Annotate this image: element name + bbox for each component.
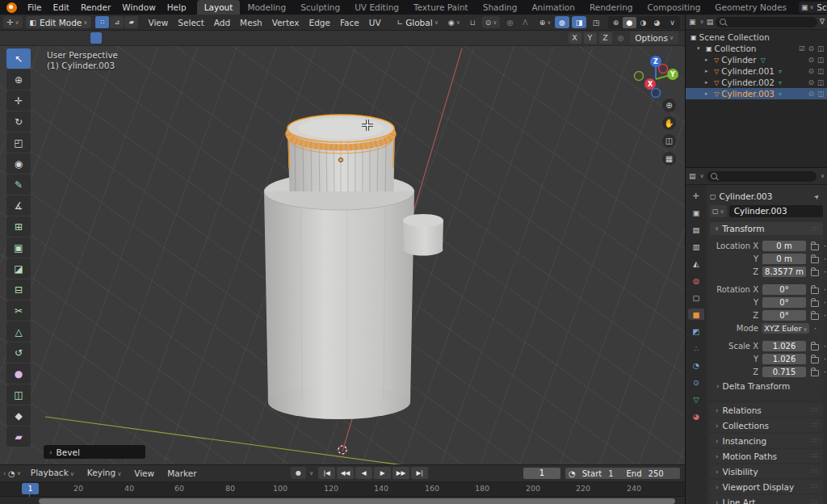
blender-logo-icon[interactable] <box>6 2 17 13</box>
tool-poly-build[interactable]: △ <box>6 321 31 342</box>
tool-cursor[interactable]: ⊕ <box>6 69 31 90</box>
mirror-z-button[interactable]: Z <box>599 32 612 44</box>
tool-move[interactable]: ✛ <box>6 90 31 111</box>
tab-object-data[interactable]: ▽ <box>688 393 704 405</box>
tab-shading[interactable]: Shading <box>476 0 525 15</box>
tool-tweak-select[interactable]: ↖ <box>6 48 31 69</box>
collapse-icon[interactable]: ▸ <box>705 79 712 86</box>
ortho-toggle-icon[interactable]: ▦ <box>662 152 676 166</box>
prev-keyframe-button[interactable]: ◀◀ <box>337 467 354 479</box>
wireframe-shading-button[interactable]: ⊕ <box>609 17 623 28</box>
tab-view-layer[interactable]: ▥ <box>688 241 704 252</box>
tab-modeling[interactable]: Modeling <box>240 0 293 15</box>
tab-particles[interactable]: ∴ <box>688 342 704 354</box>
play-reverse-button[interactable]: ◀ <box>355 467 372 479</box>
lock-icon[interactable] <box>811 257 819 263</box>
tool-shear[interactable]: ▰ <box>6 426 31 447</box>
rotation-z-field[interactable]: 0° <box>762 310 806 321</box>
line-art-panel[interactable]: › Line Art ∷∷ <box>710 495 823 504</box>
menu-edge[interactable]: Edge <box>304 15 335 30</box>
lock-icon[interactable] <box>811 270 819 276</box>
scale-z-field[interactable]: 0.715 <box>762 367 806 377</box>
tab-render[interactable]: ▣ <box>688 207 704 218</box>
drag-grip-icon[interactable]: ∷∷ <box>811 452 817 460</box>
menu-edit[interactable]: Edit <box>48 0 75 15</box>
checkbox-icon[interactable]: ☑ <box>799 44 805 52</box>
lock-icon[interactable] <box>811 313 819 320</box>
tab-object[interactable]: ■ <box>688 309 704 320</box>
outliner-filter-icon[interactable]: ▤ <box>707 18 714 26</box>
animate-dot-icon[interactable]: · <box>824 298 826 307</box>
tab-world[interactable]: ◍ <box>688 275 704 286</box>
snap-target-dropdown[interactable]: ⊙ ∨ <box>482 16 501 28</box>
tab-texture-paint[interactable]: Texture Paint <box>406 0 476 15</box>
tab-rendering[interactable]: Rendering <box>582 0 640 15</box>
rendered-shading-button[interactable]: ◕ <box>650 17 664 28</box>
xray-toggle[interactable]: ◨ <box>572 16 586 28</box>
editor-type-button[interactable]: ✛ ∨ <box>3 16 23 28</box>
rotation-x-field[interactable]: 0° <box>762 284 806 295</box>
menu-select[interactable]: Select <box>173 15 208 30</box>
menu-mesh[interactable]: Mesh <box>235 15 267 30</box>
camera-view-icon[interactable]: ◫ <box>662 134 676 148</box>
tool-inset-faces[interactable]: ▣ <box>6 237 31 258</box>
tool-smooth[interactable]: ● <box>6 363 31 384</box>
operator-panel[interactable]: › Bevel <box>44 445 145 459</box>
filter-funnel-icon[interactable]: ∇ <box>820 18 825 26</box>
jump-to-start-button[interactable]: |◀ <box>318 467 335 479</box>
outliner-row-cylinder-003[interactable]: ▸ ▽ Cylinder.003 ▿ ⊙ ◫ <box>686 88 827 99</box>
zoom-icon[interactable]: ⊕ <box>662 99 676 112</box>
rotation-y-field[interactable]: 0° <box>762 297 806 308</box>
location-y-field[interactable]: 0 m <box>762 254 806 264</box>
eye-icon[interactable]: ⊙ <box>808 90 814 98</box>
drag-grip-icon[interactable]: ∷∷ <box>812 225 818 233</box>
expand-icon[interactable]: ▾ <box>697 45 703 52</box>
tab-sculpting[interactable]: Sculpting <box>293 0 347 15</box>
animate-dot-icon[interactable]: · <box>824 267 826 276</box>
material-shading-button[interactable]: ◑ <box>636 17 650 28</box>
menu-vertex[interactable]: Vertex <box>267 15 304 30</box>
eye-icon[interactable]: ⊙ <box>808 78 814 86</box>
pin-icon[interactable]: ➤ <box>812 191 821 200</box>
play-button[interactable]: ▶ <box>374 467 391 479</box>
location-x-field[interactable]: 0 m <box>762 241 806 251</box>
show-gizmo-dropdown[interactable]: ⊕∨ <box>538 16 552 28</box>
end-frame-field[interactable]: 250 <box>645 469 667 478</box>
tool-annotate[interactable]: ✎ <box>6 174 31 195</box>
camera-icon[interactable]: ◫ <box>817 78 824 86</box>
timeline-ruler[interactable]: › 1 20 40 60 80 100 120 140 160 180 200 … <box>0 482 685 497</box>
menu-add[interactable]: Add <box>209 15 235 30</box>
solid-shading-button[interactable]: ● <box>623 17 636 28</box>
options-dropdown[interactable]: Options ∨ <box>630 32 678 44</box>
playhead[interactable]: 1 <box>22 483 39 494</box>
instancing-panel[interactable]: › Instancing ∷∷ <box>710 434 823 447</box>
lock-icon[interactable] <box>811 344 819 351</box>
object-name-field[interactable]: Cylinder.003 <box>729 205 823 217</box>
animate-dot-icon[interactable]: · <box>824 311 826 320</box>
menu-uv[interactable]: UV <box>364 15 386 30</box>
pan-hand-icon[interactable]: ✋ <box>662 116 676 130</box>
snap-base-icon[interactable]: ◎ <box>618 34 624 42</box>
drag-grip-icon[interactable]: ∷∷ <box>811 483 817 490</box>
menu-file[interactable]: File <box>22 0 48 15</box>
tab-animation[interactable]: Animation <box>524 0 582 15</box>
falloff-dropdown[interactable]: Λ <box>519 16 531 28</box>
animate-dot-icon[interactable]: · <box>824 355 826 363</box>
tab-collection[interactable]: ▢ <box>688 292 704 303</box>
menu-help[interactable]: Help <box>162 0 192 15</box>
properties-search-input[interactable] <box>707 171 817 182</box>
menu-keying[interactable]: Keying∨ <box>81 465 128 481</box>
3d-viewport[interactable]: User Perspective (1) Cylinder.003 ↖ ⊕ ✛ … <box>0 45 685 464</box>
menu-view[interactable]: View <box>143 15 173 30</box>
lock-icon[interactable] <box>811 370 819 376</box>
eye-icon[interactable]: ⊙ <box>808 67 814 75</box>
outliner-display-mode-icon[interactable]: ▣ <box>689 18 696 26</box>
rotation-mode-dropdown[interactable]: XYZ Euler∨ <box>762 323 809 334</box>
collections-panel[interactable]: › Collections ∷∷ <box>710 418 823 432</box>
tab-layout[interactable]: Layout <box>197 0 241 15</box>
menu-playback[interactable]: Playback∨ <box>24 465 81 481</box>
animate-dot-icon[interactable]: · <box>824 254 826 263</box>
eye-icon[interactable]: ⊙ <box>808 44 814 52</box>
tab-tool[interactable]: ✛ <box>688 190 704 201</box>
outliner-row-cylinder-002[interactable]: ▸ ▽ Cylinder.002 ▿ ⊙ ◫ <box>686 77 827 88</box>
